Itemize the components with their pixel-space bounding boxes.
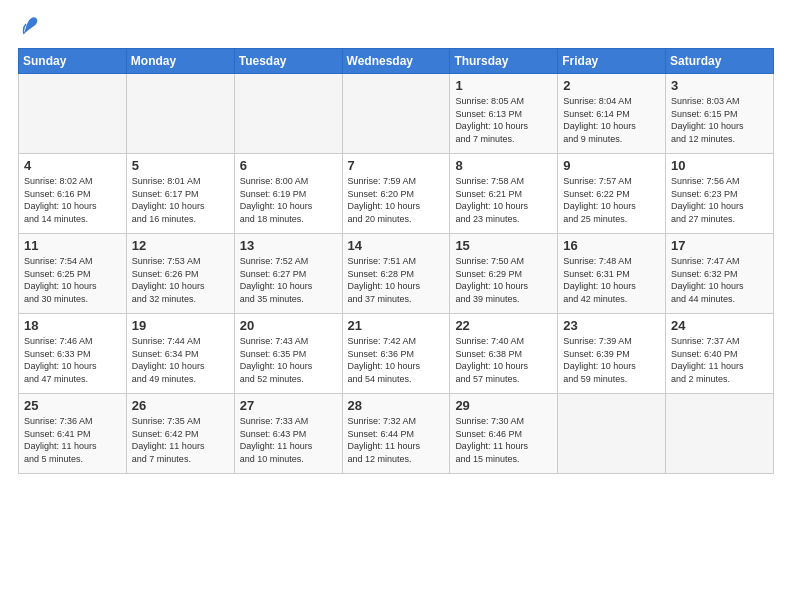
day-info: Sunrise: 7:36 AM Sunset: 6:41 PM Dayligh… (24, 415, 121, 465)
day-info: Sunrise: 7:57 AM Sunset: 6:22 PM Dayligh… (563, 175, 660, 225)
calendar-cell: 21Sunrise: 7:42 AM Sunset: 6:36 PM Dayli… (342, 314, 450, 394)
day-number: 7 (348, 158, 445, 173)
day-info: Sunrise: 7:58 AM Sunset: 6:21 PM Dayligh… (455, 175, 552, 225)
calendar-cell: 3Sunrise: 8:03 AM Sunset: 6:15 PM Daylig… (666, 74, 774, 154)
day-number: 6 (240, 158, 337, 173)
calendar-cell (19, 74, 127, 154)
calendar-cell (126, 74, 234, 154)
day-number: 26 (132, 398, 229, 413)
calendar-cell: 16Sunrise: 7:48 AM Sunset: 6:31 PM Dayli… (558, 234, 666, 314)
day-info: Sunrise: 7:56 AM Sunset: 6:23 PM Dayligh… (671, 175, 768, 225)
calendar-cell: 23Sunrise: 7:39 AM Sunset: 6:39 PM Dayli… (558, 314, 666, 394)
calendar-cell: 5Sunrise: 8:01 AM Sunset: 6:17 PM Daylig… (126, 154, 234, 234)
calendar-cell: 29Sunrise: 7:30 AM Sunset: 6:46 PM Dayli… (450, 394, 558, 474)
calendar-cell: 15Sunrise: 7:50 AM Sunset: 6:29 PM Dayli… (450, 234, 558, 314)
day-info: Sunrise: 8:00 AM Sunset: 6:19 PM Dayligh… (240, 175, 337, 225)
day-info: Sunrise: 7:48 AM Sunset: 6:31 PM Dayligh… (563, 255, 660, 305)
calendar-cell: 27Sunrise: 7:33 AM Sunset: 6:43 PM Dayli… (234, 394, 342, 474)
calendar-cell: 14Sunrise: 7:51 AM Sunset: 6:28 PM Dayli… (342, 234, 450, 314)
page: SundayMondayTuesdayWednesdayThursdayFrid… (0, 0, 792, 484)
calendar-cell: 25Sunrise: 7:36 AM Sunset: 6:41 PM Dayli… (19, 394, 127, 474)
day-info: Sunrise: 8:02 AM Sunset: 6:16 PM Dayligh… (24, 175, 121, 225)
calendar-cell (558, 394, 666, 474)
calendar-header-row: SundayMondayTuesdayWednesdayThursdayFrid… (19, 49, 774, 74)
day-number: 10 (671, 158, 768, 173)
weekday-header-wednesday: Wednesday (342, 49, 450, 74)
calendar-cell: 11Sunrise: 7:54 AM Sunset: 6:25 PM Dayli… (19, 234, 127, 314)
weekday-header-sunday: Sunday (19, 49, 127, 74)
day-number: 2 (563, 78, 660, 93)
day-info: Sunrise: 8:03 AM Sunset: 6:15 PM Dayligh… (671, 95, 768, 145)
day-info: Sunrise: 7:32 AM Sunset: 6:44 PM Dayligh… (348, 415, 445, 465)
day-number: 1 (455, 78, 552, 93)
logo-bird-icon (20, 16, 38, 38)
day-number: 28 (348, 398, 445, 413)
day-number: 24 (671, 318, 768, 333)
calendar-cell: 13Sunrise: 7:52 AM Sunset: 6:27 PM Dayli… (234, 234, 342, 314)
weekday-header-monday: Monday (126, 49, 234, 74)
day-number: 3 (671, 78, 768, 93)
day-info: Sunrise: 7:35 AM Sunset: 6:42 PM Dayligh… (132, 415, 229, 465)
day-info: Sunrise: 7:37 AM Sunset: 6:40 PM Dayligh… (671, 335, 768, 385)
calendar-cell: 7Sunrise: 7:59 AM Sunset: 6:20 PM Daylig… (342, 154, 450, 234)
calendar-cell: 19Sunrise: 7:44 AM Sunset: 6:34 PM Dayli… (126, 314, 234, 394)
calendar-cell: 6Sunrise: 8:00 AM Sunset: 6:19 PM Daylig… (234, 154, 342, 234)
calendar-cell: 20Sunrise: 7:43 AM Sunset: 6:35 PM Dayli… (234, 314, 342, 394)
day-info: Sunrise: 7:50 AM Sunset: 6:29 PM Dayligh… (455, 255, 552, 305)
day-info: Sunrise: 8:04 AM Sunset: 6:14 PM Dayligh… (563, 95, 660, 145)
calendar-week-4: 18Sunrise: 7:46 AM Sunset: 6:33 PM Dayli… (19, 314, 774, 394)
calendar-week-5: 25Sunrise: 7:36 AM Sunset: 6:41 PM Dayli… (19, 394, 774, 474)
day-number: 29 (455, 398, 552, 413)
calendar-cell: 8Sunrise: 7:58 AM Sunset: 6:21 PM Daylig… (450, 154, 558, 234)
day-info: Sunrise: 7:59 AM Sunset: 6:20 PM Dayligh… (348, 175, 445, 225)
calendar-cell (666, 394, 774, 474)
day-number: 5 (132, 158, 229, 173)
day-info: Sunrise: 7:47 AM Sunset: 6:32 PM Dayligh… (671, 255, 768, 305)
header (18, 18, 774, 38)
calendar-week-3: 11Sunrise: 7:54 AM Sunset: 6:25 PM Dayli… (19, 234, 774, 314)
weekday-header-tuesday: Tuesday (234, 49, 342, 74)
day-info: Sunrise: 7:40 AM Sunset: 6:38 PM Dayligh… (455, 335, 552, 385)
calendar-cell: 26Sunrise: 7:35 AM Sunset: 6:42 PM Dayli… (126, 394, 234, 474)
day-number: 13 (240, 238, 337, 253)
logo (18, 18, 38, 38)
day-number: 27 (240, 398, 337, 413)
day-info: Sunrise: 7:53 AM Sunset: 6:26 PM Dayligh… (132, 255, 229, 305)
calendar-table: SundayMondayTuesdayWednesdayThursdayFrid… (18, 48, 774, 474)
day-number: 17 (671, 238, 768, 253)
day-info: Sunrise: 8:05 AM Sunset: 6:13 PM Dayligh… (455, 95, 552, 145)
calendar-cell: 24Sunrise: 7:37 AM Sunset: 6:40 PM Dayli… (666, 314, 774, 394)
calendar-cell (342, 74, 450, 154)
weekday-header-thursday: Thursday (450, 49, 558, 74)
day-info: Sunrise: 7:33 AM Sunset: 6:43 PM Dayligh… (240, 415, 337, 465)
day-number: 20 (240, 318, 337, 333)
day-info: Sunrise: 7:43 AM Sunset: 6:35 PM Dayligh… (240, 335, 337, 385)
calendar-cell: 2Sunrise: 8:04 AM Sunset: 6:14 PM Daylig… (558, 74, 666, 154)
day-number: 8 (455, 158, 552, 173)
day-info: Sunrise: 7:54 AM Sunset: 6:25 PM Dayligh… (24, 255, 121, 305)
logo-text (18, 18, 38, 38)
day-info: Sunrise: 7:46 AM Sunset: 6:33 PM Dayligh… (24, 335, 121, 385)
day-number: 12 (132, 238, 229, 253)
calendar-cell: 1Sunrise: 8:05 AM Sunset: 6:13 PM Daylig… (450, 74, 558, 154)
calendar-cell: 17Sunrise: 7:47 AM Sunset: 6:32 PM Dayli… (666, 234, 774, 314)
calendar-cell: 28Sunrise: 7:32 AM Sunset: 6:44 PM Dayli… (342, 394, 450, 474)
weekday-header-saturday: Saturday (666, 49, 774, 74)
calendar-cell: 4Sunrise: 8:02 AM Sunset: 6:16 PM Daylig… (19, 154, 127, 234)
day-number: 16 (563, 238, 660, 253)
day-number: 25 (24, 398, 121, 413)
weekday-header-friday: Friday (558, 49, 666, 74)
day-info: Sunrise: 7:52 AM Sunset: 6:27 PM Dayligh… (240, 255, 337, 305)
day-number: 14 (348, 238, 445, 253)
day-number: 11 (24, 238, 121, 253)
calendar-cell: 10Sunrise: 7:56 AM Sunset: 6:23 PM Dayli… (666, 154, 774, 234)
day-info: Sunrise: 7:42 AM Sunset: 6:36 PM Dayligh… (348, 335, 445, 385)
calendar-week-1: 1Sunrise: 8:05 AM Sunset: 6:13 PM Daylig… (19, 74, 774, 154)
day-number: 23 (563, 318, 660, 333)
calendar-cell: 12Sunrise: 7:53 AM Sunset: 6:26 PM Dayli… (126, 234, 234, 314)
calendar-cell: 22Sunrise: 7:40 AM Sunset: 6:38 PM Dayli… (450, 314, 558, 394)
calendar-week-2: 4Sunrise: 8:02 AM Sunset: 6:16 PM Daylig… (19, 154, 774, 234)
calendar-cell: 18Sunrise: 7:46 AM Sunset: 6:33 PM Dayli… (19, 314, 127, 394)
day-number: 4 (24, 158, 121, 173)
day-info: Sunrise: 7:39 AM Sunset: 6:39 PM Dayligh… (563, 335, 660, 385)
